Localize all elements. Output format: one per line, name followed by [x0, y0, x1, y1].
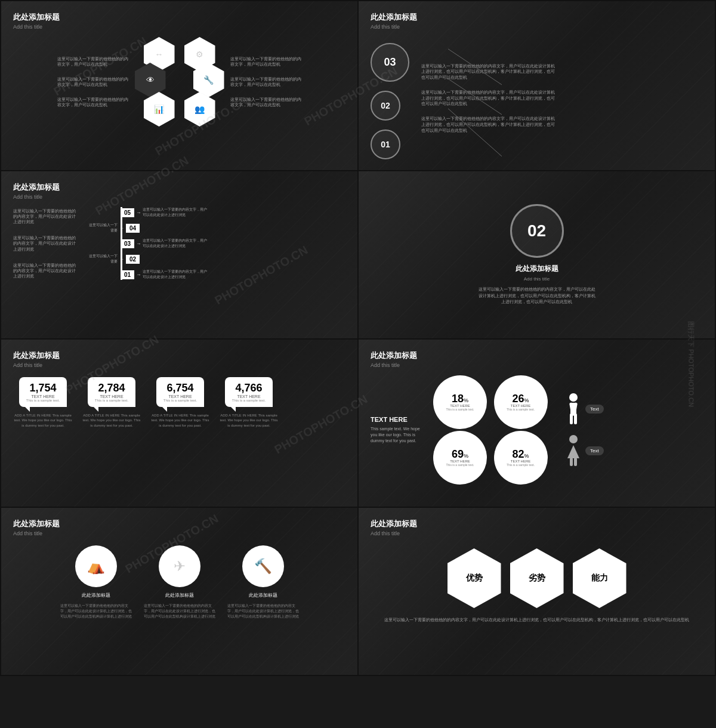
gender-female-label: Text: [585, 446, 604, 455]
stat-3-desc: ADD A TITLE IN HERE This sample text. We…: [150, 413, 210, 428]
male-icon: [564, 393, 582, 425]
petal-18-number-group: 18 %: [452, 393, 468, 404]
svg-point-9: [569, 435, 578, 443]
panel-percentage-petals: 此处添加标题 Add this title TEXT HERE This sam…: [359, 340, 715, 507]
petal-26-pct: %: [524, 397, 529, 403]
swot-hexagons-row: 优势 劣势 能力: [371, 548, 703, 608]
panel7-title: 此处添加标题: [13, 519, 345, 529]
icon-1-label: 此处添加标题: [82, 592, 110, 599]
gender-female: Text: [564, 434, 604, 467]
hex-left-texts: 这里可以输入一下需要的他他他的的内容文字，用户可以在此型机 这里可以输入一下需要…: [57, 56, 129, 108]
step-05-badge: 05: [121, 208, 134, 217]
stat-2-sublabel: This is a sample text.: [94, 399, 129, 402]
petal-18-sublabel: This is a sample text.: [446, 408, 474, 411]
panel2-title: 此处添加标题: [371, 12, 703, 23]
circle-03: 03: [371, 43, 409, 82]
circles-text-3: 这里可以输入一下需要的他他他的的内容文字，用户可以在此处设计算机上进行浏览，也可…: [421, 116, 558, 133]
icon-item-airplane: ✈ 此处添加标题 这里可以输入一下需要的他他他的的内容文字，用户可以在此处设计算…: [144, 545, 215, 619]
stat-4-number: 4,766: [231, 382, 267, 394]
step-rows: 05 → 这里可以输入一下需要的内容文字，用户可以在此处设计上进行浏览 这里可以…: [88, 207, 345, 280]
icon-3-body: 这里可以输入一下需要的他他他的的内容文字，用户可以在此处设计算机上进行浏览，也可…: [227, 603, 299, 619]
step-05-arrow: →: [136, 210, 141, 215]
petal-26: 26 % TEXT HERE This is a sample text.: [494, 375, 548, 429]
panel5-subtitle: Add this title: [13, 362, 345, 368]
hex-cluster: 这里可以输入一下需要的他他他的的内容文字，用户可以在此型机 这里可以输入一下需要…: [13, 37, 345, 127]
petal-18-number: 18: [452, 393, 464, 404]
circles-right-text: 这里可以输入一下需要的他他他的的内容文字，用户可以在此处设计算机上进行浏览，也可…: [421, 37, 558, 159]
stat-4-sublabel: This is a sample text.: [231, 399, 267, 402]
airplane-icon: ✈: [159, 545, 200, 587]
petal-69-sublabel: This is a sample text.: [446, 463, 474, 467]
pct-left-body: This sample text. We hope you like our l…: [371, 426, 424, 443]
hammer-icon: 🔨: [242, 545, 284, 587]
panel3-title: 此处添加标题: [13, 182, 345, 193]
gender-male-label: Text: [585, 405, 604, 414]
step-left-text-3: 这里可以输入一下需要的他他他的的内容文字，用户可以在此处设计上进行浏览: [13, 263, 79, 279]
panel4-body: 这里可以输入一下需要的他他他的的内容文字，用户可以在此处设计算机上进行浏览，也可…: [477, 286, 597, 306]
vertical-pipe: [121, 207, 122, 280]
stat-3: 6,754 TEXT HERE This is a sample text. A…: [150, 377, 210, 428]
pct-left-text-block: TEXT HERE This sample text. We hope you …: [371, 375, 424, 485]
svg-rect-11: [570, 458, 573, 466]
steps-left-texts: 这里可以输入一下需要的他他他的的内容文字，用户可以在此处设计上进行浏览 这里可以…: [13, 207, 79, 280]
hex-left-text-2: 这里可以输入一下需要的他他他的的内容文字，用户可以在此型机: [57, 76, 129, 87]
petal-69: 69 % TEXT HERE This is a sample text.: [433, 431, 487, 485]
step-02-text: 这里可以输入一下需要: [88, 254, 118, 264]
hex-right-text-2: 这里可以输入一下需要的他他他的的内容文字，用户可以在此型机: [230, 76, 302, 87]
panel1-title: 此处添加标题: [13, 12, 345, 23]
hex-right-text-1: 这里可以输入一下需要的他他他的的内容文字，用户可以在此型机: [230, 56, 302, 67]
step-row-04: 这里可以输入一下需要 ← 04: [88, 223, 345, 233]
stat-2-bubble: 2,784 TEXT HERE This is a sample text.: [88, 377, 135, 407]
svg-point-3: [569, 393, 578, 402]
stat-1-desc: ADD A TITLE IN HERE This sample text. We…: [13, 413, 73, 428]
svg-rect-12: [574, 458, 577, 466]
step-05-text: 这里可以输入一下需要的内容文字，用户可以在此处设计上进行浏览: [143, 207, 208, 218]
icon-item-tent: ⛺ 此处添加标题 这里可以输入一下需要的他他他的的内容文字，用户可以在此处设计算…: [60, 545, 132, 619]
step-left-text-1: 这里可以输入一下需要的他他他的的内容文字，用户可以在此处设计上进行浏览: [13, 208, 79, 224]
hex-chart: 📊: [144, 92, 175, 127]
step-04-text: 这里可以输入一下需要: [88, 223, 118, 233]
step-02-badge: 02: [126, 255, 140, 264]
step-01-arrow: →: [136, 272, 141, 277]
petal-82-pct: %: [524, 453, 529, 459]
hex-right-texts: 这里可以输入一下需要的他他他的的内容文字，用户可以在此型机 这里可以输入一下需要…: [230, 56, 302, 108]
step-03-text: 这里可以输入一下需要的内容文字，用户可以在此处设计上进行浏览: [143, 238, 208, 249]
petal-18: 18 % TEXT HERE This is a sample text.: [433, 375, 487, 429]
panel3-subtitle: Add this title: [13, 194, 345, 200]
stat-2-number: 2,784: [94, 382, 129, 394]
petal-82: 82 % TEXT HERE This is a sample text.: [494, 431, 548, 485]
stat-3-sublabel: This is a sample text.: [162, 399, 198, 402]
hex-right-text-3: 这里可以输入一下需要的他他他的的内容文字，用户可以在此型机: [230, 97, 302, 107]
panel-swot: 此处添加标题 Add this title 优势 劣势 能力 这里可以输入一下需…: [359, 508, 715, 675]
panel6-subtitle: Add this title: [371, 362, 703, 368]
icon-3-label: 此处添加标题: [249, 592, 277, 599]
stat-3-number: 6,754: [162, 382, 198, 394]
circles-layout: 03 02 01 这里可以输入一下需要的他他他的的内容文字，用户可以在此处设计算…: [371, 37, 703, 159]
petal-26-number: 26: [512, 393, 524, 404]
icon-circles-row: ⛺ 此处添加标题 这里可以输入一下需要的他他他的的内容文字，用户可以在此处设计算…: [13, 545, 345, 619]
icon-2-label: 此处添加标题: [165, 592, 194, 599]
icon-2-body: 这里可以输入一下需要的他他他的的内容文字，用户可以在此处设计算机上进行浏览，也可…: [144, 603, 215, 619]
stat-1-bubble: 1,754 TEXT HERE This is a sample text.: [19, 377, 67, 407]
main-grid: 此处添加标题 Add this title 这里可以输入一下需要的他他他的的内容…: [0, 0, 716, 676]
panel2-subtitle: Add this title: [371, 24, 703, 30]
panel5-title: 此处添加标题: [13, 350, 345, 361]
step-03-arrow: →: [136, 241, 141, 246]
icon-1-body: 这里可以输入一下需要的他他他的的内容文字，用户可以在此处设计算机上进行浏览，也可…: [60, 603, 132, 619]
panel8-subtitle: Add this title: [371, 530, 703, 536]
icon-item-hammer: 🔨 此处添加标题 这里可以输入一下需要的他他他的的内容文字，用户可以在此处设计算…: [227, 545, 299, 619]
stat-4-desc: ADD A TITLE IN HERE This sample text. We…: [219, 413, 279, 428]
circles-text-2: 这里可以输入一下需要的他他他的的内容文字，用户可以在此处设计算机上进行浏览，也可…: [421, 90, 558, 107]
panel8-title: 此处添加标题: [371, 519, 703, 529]
panel-hexagon-cluster: 此处添加标题 Add this title 这里可以输入一下需要的他他他的的内容…: [1, 1, 357, 170]
stat-3-label: TEXT HERE: [162, 394, 198, 399]
circle-01: 01: [371, 129, 400, 159]
big-circle-02: 02: [510, 204, 564, 258]
step-row-02: 这里可以输入一下需要 ← 02: [88, 254, 345, 264]
step-row-03: 03 → 这里可以输入一下需要的内容文字，用户可以在此处设计上进行浏览: [88, 238, 345, 249]
hex-left-text-1: 这里可以输入一下需要的他他他的的内容文字，用户可以在此型机: [57, 56, 129, 67]
stat-4-label: TEXT HERE: [231, 394, 267, 399]
petal-26-sublabel: This is a sample text.: [507, 408, 535, 411]
step-row-01: 01 → 这里可以输入一下需要的内容文字，用户可以在此处设计上进行浏览: [88, 269, 345, 280]
step-01-badge: 01: [121, 270, 134, 279]
